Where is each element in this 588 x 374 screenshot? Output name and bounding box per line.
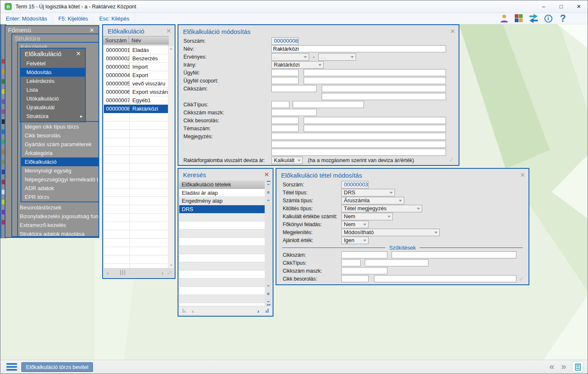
next-page-button[interactable]: ›: [254, 307, 262, 315]
list-item[interactable]: [179, 287, 265, 295]
szukites-cikkszam-maszk-input[interactable]: [341, 267, 387, 274]
table-row[interactable]: [104, 180, 168, 188]
close-icon[interactable]: ✕: [264, 171, 269, 178]
table-row[interactable]: [104, 247, 168, 255]
temaszam-name-input[interactable]: [304, 125, 446, 132]
menu-item[interactable]: Módosítás: [21, 68, 85, 77]
menu-item[interactable]: Extramező-kezelés: [18, 221, 98, 230]
menu-item[interactable]: ADR adatok: [21, 184, 98, 193]
transfer-arrows-icon[interactable]: [528, 13, 539, 23]
list-item[interactable]: [179, 271, 265, 279]
szukites-cikkszam-name-input[interactable]: [392, 251, 516, 258]
splitter-grip[interactable]: [119, 270, 126, 275]
status-tab-elokalkulacio-torzs[interactable]: Előkalkuláció törzs bevitel: [21, 362, 93, 372]
scroll-up-button[interactable]: ‹: [265, 197, 272, 204]
menu-item[interactable]: Előkalkuláció: [21, 157, 98, 166]
menu-item[interactable]: Bizonylatkezelés jogosultság funkciók: [18, 212, 98, 221]
nev-input[interactable]: [271, 45, 446, 52]
info-icon[interactable]: i: [543, 13, 554, 23]
close-icon[interactable]: ✕: [76, 49, 83, 59]
prev-page-button[interactable]: ‹: [189, 307, 197, 315]
table-row[interactable]: 00000006Export visszáru: [104, 88, 168, 96]
column-header-nev[interactable]: Név: [129, 36, 169, 44]
table-row[interactable]: [104, 121, 168, 130]
ugyfel-name-input[interactable]: [304, 69, 446, 76]
close-button[interactable]: ✕: [570, 0, 588, 13]
table-row[interactable]: 00000007Egyéb1: [104, 96, 168, 105]
cikktipus-code-input[interactable]: [271, 101, 289, 108]
close-icon[interactable]: ✕: [520, 171, 525, 179]
menu-enter-modositas[interactable]: Enter: Módosítás: [0, 13, 53, 24]
menu-item[interactable]: Lekérdezés: [21, 77, 85, 85]
first-page-button[interactable]: ‹: [179, 307, 189, 315]
scroll-down-icon[interactable]: ›: [168, 262, 174, 268]
scroll-right-button[interactable]: ›: [159, 269, 167, 276]
confirm-check-icon[interactable]: ✓: [167, 269, 174, 277]
table-row[interactable]: 00000004Export: [104, 71, 168, 80]
list-item[interactable]: Eladási ár alap: [179, 189, 265, 197]
page-down-button[interactable]: »: [265, 290, 272, 297]
scroll-to-bottom-button[interactable]: ›: [265, 298, 272, 305]
list-item[interactable]: Előkalkuláció tételek: [179, 181, 265, 189]
szukites-cikktipus-name-input[interactable]: [365, 259, 428, 266]
last-page-button[interactable]: ›: [262, 307, 272, 315]
cikkszam-maszk-input[interactable]: [271, 109, 317, 116]
menu-item[interactable]: Struktúra adatok másolása: [18, 230, 98, 238]
szukites-cikktipus-code-input[interactable]: [341, 259, 361, 266]
list-item[interactable]: [179, 246, 265, 254]
table-row[interactable]: 00000001Eladás: [104, 46, 168, 54]
document-list-icon[interactable]: [572, 361, 583, 372]
list-item[interactable]: [179, 213, 265, 222]
table-row[interactable]: [104, 188, 168, 197]
menu-item[interactable]: Cikk besorolás: [21, 131, 98, 140]
szamla-tipus-select[interactable]: Áruszámla: [341, 197, 404, 204]
cikkszam-name2-input[interactable]: [322, 93, 446, 100]
ervenyes-to-select[interactable]: . .: [318, 53, 356, 61]
list-item[interactable]: [179, 295, 265, 303]
scroll-down-button[interactable]: ›: [265, 282, 272, 289]
menu-item[interactable]: Lista: [21, 85, 85, 94]
table-row[interactable]: 00000002Beszerzés: [104, 54, 168, 63]
scroll-left-button[interactable]: ‹: [104, 269, 112, 276]
table-row[interactable]: [104, 214, 168, 222]
megjegyzes-input-1[interactable]: [271, 133, 446, 140]
ugyfel-csoport-code-input[interactable]: [271, 77, 299, 84]
table-row[interactable]: [104, 147, 168, 155]
apps-grid-icon[interactable]: [513, 13, 524, 23]
table-row[interactable]: [104, 155, 168, 163]
menu-item[interactable]: Struktúra▸: [21, 112, 85, 121]
fokonyvi-feladas-select[interactable]: Nem: [341, 221, 369, 228]
ugyfel-code-input[interactable]: [271, 69, 299, 76]
menu-item[interactable]: Gyártási szám paraméterek: [21, 140, 98, 149]
table-row[interactable]: [104, 205, 168, 214]
megjegyzes-input-3[interactable]: [271, 149, 446, 156]
szukites-besorolas-code-input[interactable]: [341, 275, 369, 282]
ervenyes-from-select[interactable]: . .: [271, 53, 309, 61]
page-up-button[interactable]: «: [265, 189, 272, 196]
scroll-to-top-button[interactable]: ‹: [265, 181, 272, 188]
table-row[interactable]: [104, 130, 168, 138]
kalkulalt-ertekbe-select[interactable]: Nem: [341, 213, 393, 220]
menu-item[interactable]: Árkategória: [21, 149, 98, 157]
confirm-check-icon[interactable]: ✓: [449, 156, 454, 164]
minimize-button[interactable]: –: [535, 0, 552, 13]
menu-item[interactable]: Idegen cikk típus törzs: [21, 122, 98, 131]
ajanlott-ertek-select[interactable]: Igen: [341, 237, 369, 244]
table-row[interactable]: 00000005vevő visszáru: [104, 80, 168, 88]
menu-item[interactable]: Újrakalkulál: [21, 103, 85, 112]
menu-item[interactable]: Mennyiségi egység: [21, 166, 98, 175]
close-icon[interactable]: ✕: [89, 26, 96, 34]
menu-item[interactable]: Utókalkuláció: [21, 94, 85, 103]
megjegyzes-input-2[interactable]: [271, 141, 446, 148]
kitoltes-tipus-select[interactable]: Tétel megjegyzés: [341, 205, 422, 212]
cikktipus-name-input[interactable]: [293, 101, 364, 108]
vertical-scrollbar[interactable]: ‹ ›: [168, 46, 174, 268]
cikk-besorolas-code-input[interactable]: [271, 117, 299, 124]
list-item[interactable]: [179, 222, 265, 230]
list-item[interactable]: Engedmény alap: [179, 197, 265, 205]
tetel-tipus-select[interactable]: DRS: [341, 189, 395, 196]
table-row[interactable]: [104, 172, 168, 180]
table-row[interactable]: [104, 138, 168, 147]
cikkszam-code-input[interactable]: [271, 85, 317, 92]
table-row[interactable]: [104, 264, 168, 268]
